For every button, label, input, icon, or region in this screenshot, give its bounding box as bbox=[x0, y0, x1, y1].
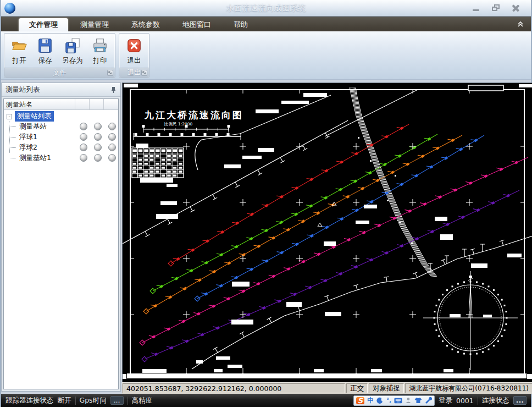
open-button[interactable]: 打开 bbox=[7, 35, 31, 68]
ribbon: 打开 保存 bbox=[1, 31, 531, 80]
status-orb bbox=[94, 133, 102, 141]
ribbon-tab-0[interactable]: 文件管理 bbox=[19, 18, 68, 31]
status-orb bbox=[108, 154, 116, 162]
open-label: 打开 bbox=[13, 56, 26, 65]
status-orb bbox=[80, 144, 87, 151]
ribbon-tab-3[interactable]: 地图窗口 bbox=[172, 18, 221, 31]
status-orb bbox=[108, 123, 116, 130]
svg-text:比例尺 1:2000: 比例尺 1:2000 bbox=[164, 122, 192, 127]
pin-icon[interactable] bbox=[110, 86, 117, 94]
save-icon bbox=[36, 37, 54, 54]
save-as-icon bbox=[64, 37, 81, 54]
status-orb bbox=[94, 123, 102, 130]
folder-open-icon bbox=[10, 37, 28, 54]
ribbon-tab-bar: 文件管理测量管理系统参数地图窗口帮助 bbox=[1, 16, 531, 31]
ribbon-group-exit: 退出 退出 bbox=[119, 33, 149, 78]
status-orb bbox=[108, 133, 116, 141]
save-button[interactable]: 保存 bbox=[33, 35, 57, 68]
print-button[interactable]: 打印 bbox=[88, 35, 112, 68]
tree-item-0[interactable]: 测量基站 bbox=[17, 122, 49, 132]
gps-time-value[interactable]: ... bbox=[110, 396, 124, 405]
cad-status-bar: 402051.853687, 3292622.912162, 0.000000 … bbox=[122, 382, 532, 394]
tree-root-item[interactable]: 测量站列表 bbox=[15, 111, 54, 122]
ribbon-tab-1[interactable]: 测量管理 bbox=[70, 18, 119, 31]
skin-shirt-icon[interactable] bbox=[414, 397, 422, 404]
company-label: 湖北蓝宇航标有限公司(0716-8320811) bbox=[405, 383, 532, 393]
status-orb bbox=[94, 144, 102, 151]
tree-item-3[interactable]: 测量基站1 bbox=[17, 153, 53, 163]
column-station-name[interactable]: 测量站名 bbox=[4, 99, 75, 109]
cad-drawing[interactable]: 九江大桥流速流向图比例尺 1:2000 bbox=[123, 83, 532, 383]
panel-title: 测量站列表 bbox=[5, 85, 40, 95]
restore-button[interactable] bbox=[490, 4, 502, 13]
gps-time-label: Gps时间 bbox=[80, 396, 107, 405]
status-orb bbox=[80, 133, 87, 141]
tracker-status-label: 跟踪器连接状态 bbox=[5, 396, 54, 405]
login-id: 0001 bbox=[456, 397, 474, 405]
panel-header[interactable]: 测量站列表 bbox=[2, 83, 120, 97]
coordinate-readout: 402051.853687, 3292622.912162, 0.000000 bbox=[123, 383, 345, 393]
connection-status-label: 连接状态 bbox=[482, 396, 509, 405]
tree-item-1[interactable]: 浮球1 bbox=[17, 132, 40, 142]
column-status-1[interactable] bbox=[75, 99, 90, 109]
tree-station-row: 浮球1 bbox=[4, 132, 118, 142]
sogou-logo-icon[interactable]: S bbox=[356, 397, 364, 404]
title-bar[interactable]: 水面流速流向成图系统 bbox=[1, 0, 531, 16]
tree-item-2[interactable]: 浮球2 bbox=[17, 142, 40, 153]
minimize-button[interactable] bbox=[470, 4, 483, 13]
exit-label: 退出 bbox=[128, 56, 141, 65]
fullwidth-moon-icon[interactable] bbox=[376, 397, 384, 404]
osnap-toggle[interactable]: 对象捕捉 bbox=[369, 383, 404, 393]
status-orb bbox=[80, 154, 87, 162]
ime-language-bar[interactable]: S 中 °, bbox=[353, 395, 435, 406]
window-title: 水面流速流向成图系统 bbox=[1, 3, 531, 13]
tracker-status-value: 断开 bbox=[58, 396, 71, 405]
group-exit-label: 退出 bbox=[128, 68, 141, 78]
svg-text:九江大桥流速流向图: 九江大桥流速流向图 bbox=[144, 109, 243, 120]
column-status-2[interactable] bbox=[90, 99, 104, 109]
printer-icon bbox=[91, 37, 109, 54]
close-button[interactable] bbox=[510, 4, 522, 13]
login-label[interactable]: 登录 bbox=[439, 396, 452, 405]
ribbon-tab-2[interactable]: 系统参数 bbox=[121, 18, 170, 31]
group-file-launcher-icon[interactable] bbox=[107, 70, 113, 76]
punctuation-icon[interactable]: °, bbox=[386, 398, 391, 403]
exit-button[interactable]: 退出 bbox=[122, 35, 146, 68]
bottom-status-bar: 跟踪器连接状态 断开 Gps时间 ... 高精度 S 中 °, bbox=[1, 394, 531, 407]
ime-mode-icon[interactable]: 中 bbox=[367, 397, 374, 404]
tree-station-row: 测量基站 bbox=[4, 122, 118, 132]
exit-icon bbox=[125, 37, 143, 54]
soft-keyboard-icon[interactable] bbox=[394, 398, 402, 404]
ortho-toggle[interactable]: 正交 bbox=[346, 383, 368, 393]
status-orb bbox=[94, 154, 102, 162]
wrench-icon[interactable] bbox=[425, 397, 432, 404]
group-file-label: 文件 bbox=[53, 68, 66, 78]
tree-column-header[interactable]: 测量站名 bbox=[4, 99, 118, 110]
minimize-icon bbox=[473, 9, 479, 11]
save-label: 保存 bbox=[38, 56, 52, 65]
cad-canvas[interactable]: 九江大桥流速流向图比例尺 1:2000 bbox=[122, 82, 532, 382]
ribbon-tab-4[interactable]: 帮助 bbox=[223, 18, 258, 31]
user-icon[interactable] bbox=[405, 397, 412, 404]
column-status-3[interactable] bbox=[104, 99, 118, 109]
connection-status-value[interactable]: ... bbox=[513, 396, 527, 405]
station-tree: -测量站列表测量基站浮球1浮球2测量基站1 bbox=[4, 110, 118, 163]
print-label: 打印 bbox=[93, 56, 107, 65]
group-exit-launcher-icon[interactable] bbox=[141, 70, 147, 76]
tree-station-row: 浮球2 bbox=[4, 142, 118, 153]
save-as-label: 另存为 bbox=[62, 56, 83, 65]
ribbon-group-file: 打开 保存 bbox=[4, 33, 115, 78]
tree-station-row: 测量基站1 bbox=[4, 153, 118, 163]
ribbon-collapse-icon[interactable] bbox=[517, 20, 524, 28]
save-as-button[interactable]: 另存为 bbox=[59, 35, 86, 68]
tree-expander[interactable]: - bbox=[7, 114, 12, 119]
status-orb bbox=[108, 144, 116, 151]
status-orb bbox=[80, 123, 87, 130]
precision-label: 高精度 bbox=[132, 396, 153, 405]
station-list-panel: 测量站列表 测量站名 -测量站列表测量基站浮球1浮球2测量基站1 bbox=[1, 82, 121, 392]
app-window: 水面流速流向成图系统 文件管理测量管理系统参数地图窗口帮助 打开 bbox=[0, 0, 532, 407]
